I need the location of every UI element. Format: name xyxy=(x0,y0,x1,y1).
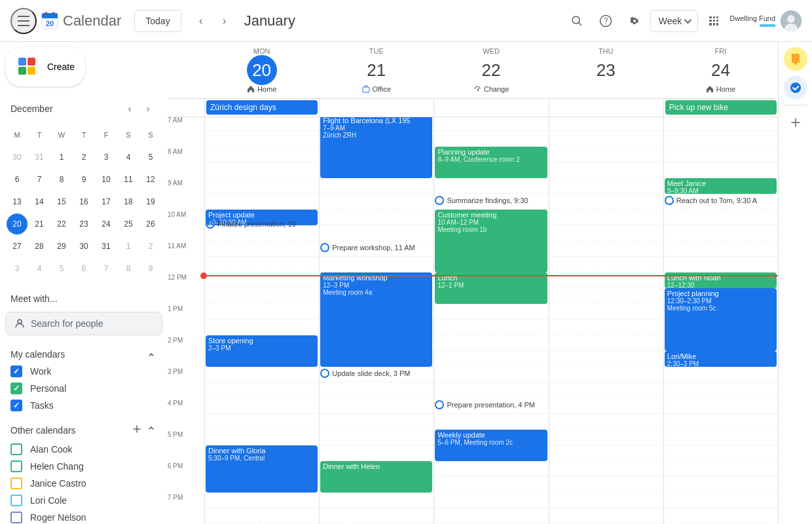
calendar-event[interactable]: Customer meeting10 AM–12 PMMeeting room … xyxy=(435,210,547,272)
task-event[interactable]: Prepare presentation, 4 PM xyxy=(435,398,547,411)
mini-cal-day[interactable]: 14 xyxy=(29,191,50,212)
calendar-event[interactable]: Store opening2–3 PM xyxy=(206,335,318,367)
avatar[interactable] xyxy=(781,10,802,31)
other-calendar-item[interactable]: Roger Nelson xyxy=(5,509,162,524)
mini-cal-day[interactable]: 2 xyxy=(73,147,94,168)
add-other-cal-button[interactable] xyxy=(130,422,144,438)
allday-cell[interactable] xyxy=(319,99,434,117)
account-name[interactable]: Dwelling Fund xyxy=(729,14,775,27)
task-event[interactable]: Reach out to Tom, 9:30 A xyxy=(665,194,777,206)
mini-cal-day[interactable]: 9 xyxy=(73,169,94,190)
menu-button[interactable] xyxy=(10,8,37,34)
prev-button[interactable]: ‹ xyxy=(189,9,213,33)
mini-cal-day[interactable]: 31 xyxy=(96,236,117,257)
people-search[interactable]: Search for people xyxy=(5,312,162,335)
mini-cal-day[interactable]: 17 xyxy=(96,191,117,212)
mini-cal-day[interactable]: 19 xyxy=(140,191,161,212)
mini-cal-day[interactable]: 5 xyxy=(140,147,161,168)
allday-cell[interactable] xyxy=(549,99,663,117)
task-event[interactable]: Update slide deck, 3 PM xyxy=(320,367,432,379)
mini-cal-day[interactable]: 16 xyxy=(73,191,94,212)
mini-cal-day[interactable]: 3 xyxy=(96,147,117,168)
calendar-event[interactable]: Dinner with Gloria5:30–9 PM, Central xyxy=(206,445,318,493)
settings-button[interactable] xyxy=(621,8,648,34)
mini-cal-day[interactable]: 15 xyxy=(51,191,72,212)
mini-cal-day[interactable]: 4 xyxy=(29,258,50,279)
mini-cal-day[interactable]: 30 xyxy=(73,236,94,257)
time-grid-container[interactable]: 7 AM8 AM9 AM10 AM11 AM12 PM1 PM2 PM3 PM4… xyxy=(168,117,778,524)
calendar-event[interactable]: Project planning12:30–2:30 PMMeeting roo… xyxy=(665,288,777,351)
calendar-event[interactable]: Lunch with Noah12–12:30 xyxy=(665,272,777,288)
mini-cal-day[interactable]: 23 xyxy=(73,214,94,234)
keep-icon[interactable] xyxy=(784,47,807,71)
mini-cal-day[interactable]: 21 xyxy=(29,214,50,234)
mini-cal-day[interactable]: 12 xyxy=(140,169,161,190)
next-button[interactable]: › xyxy=(213,9,236,33)
mini-cal-day[interactable]: 26 xyxy=(140,214,161,234)
calendar-event[interactable]: Planning update8–9 AM, Conference room 2 xyxy=(435,147,547,178)
mini-cal-day[interactable]: 1 xyxy=(51,147,72,168)
mini-cal-day[interactable]: 13 xyxy=(7,191,28,212)
calendar-event[interactable]: Dinner with Helen xyxy=(320,461,432,493)
today-button[interactable]: Today xyxy=(134,10,181,32)
other-calendar-item[interactable]: Lori Cole xyxy=(5,492,162,509)
other-calendars-header[interactable]: Other calendars xyxy=(5,419,162,441)
mini-cal-day[interactable]: 22 xyxy=(51,214,72,234)
mini-cal-day[interactable]: 7 xyxy=(29,169,50,190)
mini-cal-day[interactable]: 2 xyxy=(140,236,161,257)
my-calendar-item[interactable]: ✓ Work xyxy=(5,363,162,380)
day-header-thu[interactable]: THU 23 xyxy=(549,42,663,98)
allday-event[interactable]: Pick up new bike xyxy=(665,100,777,115)
mini-cal-day[interactable]: 30 xyxy=(7,147,28,168)
allday-cell[interactable] xyxy=(434,99,548,117)
mini-cal-day[interactable]: 5 xyxy=(51,258,72,279)
calendar-event[interactable]: Weekly update5–6 PM, Meeting room 2c xyxy=(435,430,547,461)
mini-cal-day[interactable]: 24 xyxy=(96,214,117,234)
mini-cal-day[interactable]: 10 xyxy=(96,169,117,190)
search-button[interactable] xyxy=(564,8,590,34)
mini-cal-day[interactable]: 31 xyxy=(29,147,50,168)
mini-cal-next[interactable]: › xyxy=(139,100,157,118)
mini-cal-day[interactable]: 6 xyxy=(73,258,94,279)
tasks-icon[interactable] xyxy=(784,76,807,100)
calendar-event[interactable]: Marketing workshop12–3 PMMeeting room 4a xyxy=(320,272,432,367)
help-button[interactable]: ? xyxy=(593,8,619,34)
mini-cal-day[interactable]: 27 xyxy=(7,236,28,257)
mini-cal-day[interactable]: 1 xyxy=(118,236,139,257)
mini-cal-day[interactable]: 29 xyxy=(51,236,72,257)
calendar-event[interactable]: Lori/Mike2:30–3 PM xyxy=(665,351,777,367)
allday-event[interactable]: Zürich design days xyxy=(206,100,318,115)
my-calendar-item[interactable]: ✓ Tasks xyxy=(5,397,162,414)
mini-cal-day[interactable]: 6 xyxy=(7,169,28,190)
mini-cal-day[interactable]: 25 xyxy=(118,214,139,234)
mini-cal-day[interactable]: 8 xyxy=(51,169,72,190)
add-sidebar-button[interactable] xyxy=(784,111,807,134)
day-header-tue[interactable]: TUE 21 Office xyxy=(319,42,434,98)
day-header-mon[interactable]: MON 20 Home xyxy=(204,42,319,98)
my-calendars-header[interactable]: My calendars xyxy=(5,346,162,363)
mini-cal-day[interactable]: 28 xyxy=(29,236,50,257)
mini-cal-prev[interactable]: ‹ xyxy=(120,100,139,118)
mini-cal-day[interactable]: 4 xyxy=(118,147,139,168)
mini-cal-day[interactable]: 3 xyxy=(7,258,28,279)
apps-button[interactable] xyxy=(701,8,727,34)
view-selector[interactable]: Week xyxy=(650,10,699,32)
task-event[interactable]: Prepare workshop, 11 AM xyxy=(320,241,432,253)
mini-cal-day[interactable]: 20 xyxy=(7,214,28,234)
other-calendar-item[interactable]: Janice Castro xyxy=(5,475,162,492)
day-header-wed[interactable]: WED 22 Change xyxy=(434,42,548,98)
allday-cell[interactable]: Pick up new bike xyxy=(663,99,778,117)
other-calendar-item[interactable]: Alan Cook xyxy=(5,441,162,458)
my-calendar-item[interactable]: ✓ Personal xyxy=(5,380,162,397)
calendar-event[interactable]: Lunch12–1 PM xyxy=(435,272,547,304)
day-header-fri[interactable]: FRI 24 Home xyxy=(663,42,778,98)
mini-cal-day[interactable]: 11 xyxy=(118,169,139,190)
mini-cal-day[interactable]: 9 xyxy=(140,258,161,279)
calendar-event[interactable]: Flight to Barcelona (LX 1957–9 AMZürich … xyxy=(320,117,432,178)
task-event[interactable]: Finalize presentation, 10 xyxy=(206,217,318,230)
mini-cal-day[interactable]: 7 xyxy=(96,258,117,279)
allday-cell[interactable]: Zürich design days xyxy=(204,99,319,117)
mini-cal-day[interactable]: 18 xyxy=(118,191,139,212)
create-button[interactable]: Create xyxy=(5,47,85,86)
task-event[interactable]: Summarize findings, 9:30 xyxy=(435,194,547,206)
